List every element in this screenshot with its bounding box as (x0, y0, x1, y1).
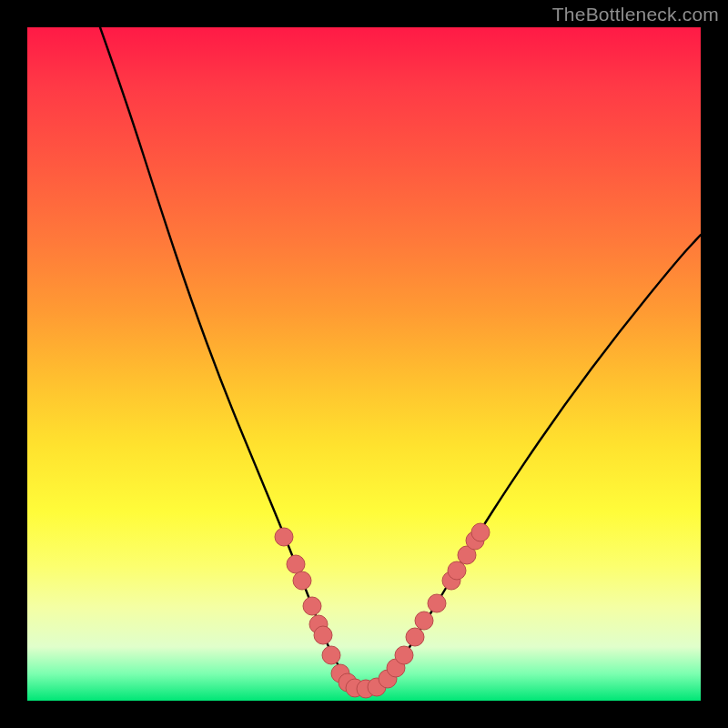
chart-frame: TheBottleneck.com (0, 0, 728, 728)
curve-marker (322, 646, 340, 664)
curve-layer (27, 27, 701, 701)
curve-marker (314, 626, 332, 644)
bottleneck-curve (100, 27, 701, 688)
watermark-label: TheBottleneck.com (552, 4, 719, 25)
curve-marker (275, 528, 293, 546)
plot-area (27, 27, 701, 701)
marker-layer (275, 523, 490, 698)
curve-marker (395, 646, 413, 664)
curve-marker (293, 571, 311, 590)
curve-marker (471, 523, 490, 541)
curve-marker (415, 612, 433, 630)
curve-marker (303, 597, 321, 615)
curve-marker (448, 561, 466, 580)
curve-marker (428, 594, 446, 612)
curve-marker (287, 555, 305, 573)
curve-marker (406, 628, 424, 646)
